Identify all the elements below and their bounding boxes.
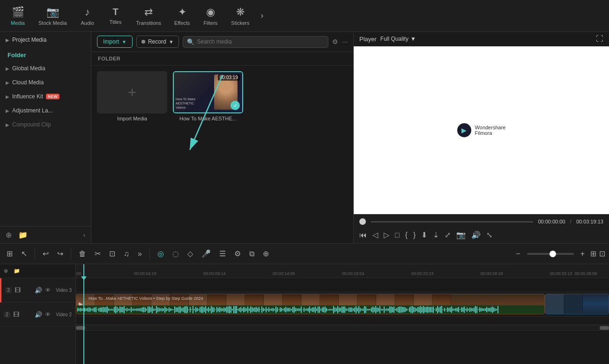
video-media-card[interactable]: How To MakeAESTHETICVideos 00:03:19 ✓ Ho… (173, 71, 243, 121)
add-track-button[interactable]: ⊕ (4, 268, 8, 274)
toolbar-item-stickers[interactable]: ❋ Stickers (224, 3, 256, 29)
wave-bar (334, 307, 335, 312)
pip-button[interactable]: ⧉ (246, 248, 257, 260)
toolbar-item-media[interactable]: 🎬 Media (4, 3, 32, 29)
video-media-label: How To Make AESTHE... (179, 116, 237, 121)
collapse-sidebar-icon[interactable]: ‹ (83, 231, 85, 238)
filter-icon[interactable]: ⚙ (332, 38, 338, 45)
toolbar-more-button[interactable]: › (256, 11, 268, 21)
player-expand-icon[interactable]: ⛶ (596, 35, 603, 43)
add-folder-button[interactable]: 📁 (14, 268, 20, 274)
wave-bar (410, 306, 411, 312)
snap-button[interactable]: ◎ (155, 247, 167, 260)
record-button[interactable]: Record ▼ (136, 36, 179, 48)
undo-button[interactable]: ↩ (40, 247, 52, 260)
folder-icon[interactable]: 📁 (18, 230, 28, 239)
media-replace-button[interactable]: ⊕ (260, 247, 272, 260)
toolbar-item-transitions[interactable]: ⇄ Transitions (130, 3, 168, 29)
video3-clip-end[interactable] (545, 294, 609, 314)
fullscreen-button[interactable]: ⤢ (445, 230, 451, 239)
search-input[interactable] (197, 38, 325, 45)
zoom-in-button[interactable]: + (578, 248, 587, 260)
import-button[interactable]: Import ▼ (97, 36, 133, 48)
scrollbar-right-thumb[interactable] (600, 326, 609, 330)
more-options-icon[interactable]: ··· (342, 38, 348, 45)
mark-in-button[interactable]: { (405, 231, 408, 239)
search-box[interactable]: 🔍 (183, 36, 329, 48)
sidebar-arrow-icon: ▶ (6, 37, 9, 43)
add-track-icon[interactable]: ⊕ (6, 230, 12, 239)
timeline-toolbar: ⊞ ↖ ↩ ↪ 🗑 ✂ ⊡ ♫ » ◎ ◌ ◇ 🎤 ☰ ⚙ ⧉ ⊕ − + ⊞ … (0, 244, 609, 264)
ripple-button[interactable]: ⇣ (433, 230, 439, 239)
filmora-logo: ▶ Wondershare Filmora (457, 123, 506, 137)
video3-volume-icon[interactable]: 🔊 (35, 287, 42, 294)
zoom-track[interactable] (527, 253, 574, 255)
voice-button[interactable]: 🎤 (199, 247, 214, 260)
sidebar-project-media[interactable]: ▶ Project Media (0, 32, 91, 48)
playhead[interactable] (83, 264, 84, 364)
grid-view-button[interactable]: ⊞ (590, 249, 596, 258)
video-media-thumb[interactable]: How To MakeAESTHETICVideos 00:03:19 ✓ (173, 71, 243, 113)
crop-trim-button[interactable]: ⊡ (106, 247, 118, 260)
toolbar-item-filters[interactable]: ◉ Filters (196, 3, 224, 29)
ripple-edit-button[interactable]: ◌ (170, 247, 182, 260)
right-player-panel: Player Full Quality ▼ ⛶ ▶ Wondershare Fi… (354, 32, 609, 243)
frame-back-button[interactable]: ◁ (372, 230, 378, 239)
cut-button[interactable]: ✂ (92, 247, 104, 260)
sidebar-item-cloud-media[interactable]: ▶ Cloud Media (0, 75, 91, 89)
multi-select-tool[interactable]: ⊞ (4, 247, 15, 260)
video3-controls: 🔊 👁 (35, 287, 51, 294)
video2-eye-icon[interactable]: 👁 (45, 311, 51, 318)
wave-bar (436, 308, 437, 312)
sidebar-item-compound-clip[interactable]: ▶ Compound Clip (0, 118, 91, 132)
select-tool[interactable]: ↖ (18, 247, 30, 260)
import-media-thumb[interactable]: + (97, 71, 167, 113)
layout-options-button[interactable]: ⊡ (599, 249, 605, 258)
wave-bar (299, 308, 300, 311)
snapshot-button[interactable]: 📷 (456, 230, 466, 239)
more-tools-button[interactable]: » (135, 248, 145, 260)
progress-dot[interactable] (359, 218, 366, 225)
add-to-timeline-button[interactable]: ⬇ (421, 230, 427, 239)
toolbar-item-effects[interactable]: ✦ Effects (168, 3, 196, 29)
import-media-card[interactable]: + Import Media (97, 71, 167, 121)
wave-bar (173, 309, 174, 311)
toolbar-item-stock-media[interactable]: 📷 Stock Media (32, 3, 74, 29)
wave-bar (115, 306, 116, 313)
video2-volume-icon[interactable]: 🔊 (35, 311, 42, 318)
wave-bar (365, 306, 366, 312)
wave-bar (256, 307, 257, 312)
play-button[interactable]: ▷ (384, 230, 389, 239)
toolbar-item-audio[interactable]: ♪ Audio (74, 3, 102, 29)
wave-bar (103, 307, 104, 312)
sidebar-item-influence-kit[interactable]: ▶ Influence Kit NEW (0, 89, 91, 104)
delete-button[interactable]: 🗑 (76, 248, 89, 260)
toolbar-item-titles[interactable]: T Titles (102, 4, 130, 28)
settings-button[interactable]: ⤡ (486, 230, 492, 239)
clip-indicator-button[interactable]: ◇ (185, 247, 196, 260)
volume-button[interactable]: 🔊 (471, 230, 481, 239)
skip-back-button[interactable]: ⏮ (359, 231, 367, 239)
wave-bar (270, 309, 271, 310)
zoom-out-button[interactable]: − (513, 248, 523, 260)
sidebar-bottom-bar: ⊕ 📁 ‹ (0, 226, 91, 243)
sidebar-item-adjustment-la[interactable]: ▶ Adjustment La... (0, 104, 91, 118)
wave-bar (415, 307, 416, 312)
audio-detach-button[interactable]: ♫ (121, 248, 132, 260)
mark-out-button[interactable]: } (413, 231, 416, 239)
video3-clip-main[interactable]: ▶ How To...Make AETHETIC Videos • Step b… (76, 294, 545, 314)
progress-track[interactable] (371, 221, 533, 223)
wave-bar (424, 307, 425, 312)
wave-bar (332, 309, 333, 310)
video3-eye-icon[interactable]: 👁 (45, 287, 51, 294)
ai-tools-button[interactable]: ⚙ (231, 247, 244, 260)
layer-button[interactable]: ☰ (216, 247, 229, 260)
zoom-thumb[interactable] (550, 251, 556, 257)
quality-select[interactable]: Full Quality ▼ (380, 36, 416, 42)
stop-button[interactable]: □ (395, 231, 400, 239)
wave-bar (281, 308, 282, 312)
center-media-panel: Import ▼ Record ▼ 🔍 ⚙ ··· FOLDER + Imp (91, 32, 354, 243)
redo-button[interactable]: ↪ (54, 247, 66, 260)
wave-bar (344, 306, 345, 313)
sidebar-item-global-media[interactable]: ▶ Global Media (0, 61, 91, 75)
